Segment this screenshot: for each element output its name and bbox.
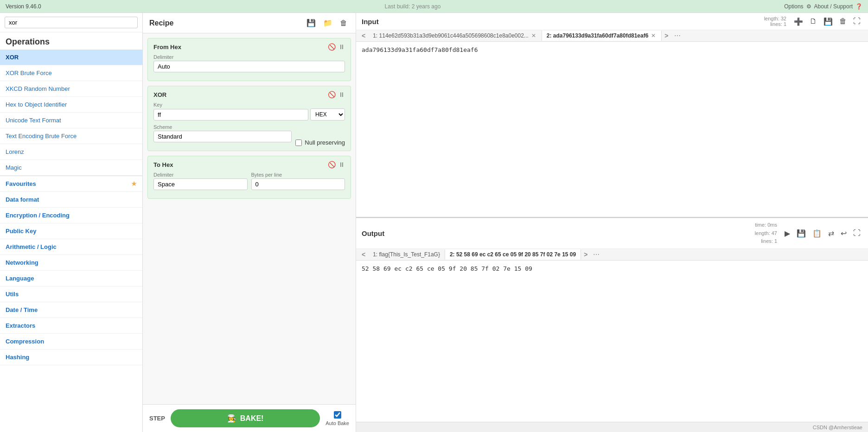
xor-key-group: Key HEX UTF8 Base64 Latin1 xyxy=(153,102,345,121)
output-copy-button[interactable]: 📋 xyxy=(811,228,823,239)
null-preserving-checkbox[interactable] xyxy=(295,140,302,146)
from-hex-pause-button[interactable]: ⏸ xyxy=(338,43,345,51)
public-key-label: Public Key xyxy=(6,228,36,235)
output-tab-2[interactable]: 2: 52 58 69 ec c2 65 ce 05 9f 20 85 7f 0… xyxy=(445,249,581,260)
sidebar-item-unicode-text[interactable]: Unicode Text Format xyxy=(0,113,142,128)
input-content[interactable]: ada796133d9a31fa60df7a80fd81eaf6 xyxy=(356,42,868,217)
input-tab-2[interactable]: 2: ada796133d9a31fa60df7a80fd81eaf6 ✕ xyxy=(542,31,662,41)
save-recipe-button[interactable]: 💾 xyxy=(305,18,318,28)
sidebar-section-datetime[interactable]: Date / Time xyxy=(0,302,142,318)
output-tab-1[interactable]: 1: flag{This_Is_Test_F1aG} xyxy=(368,249,445,260)
xor-key-input[interactable] xyxy=(153,109,308,121)
from-hex-delimiter-group: Delimiter xyxy=(153,54,345,72)
sidebar-section-favourites[interactable]: Favourites ★ xyxy=(0,176,142,192)
output-play-button[interactable]: ▶ xyxy=(783,228,792,239)
sidebar-section-hashing[interactable]: Hashing xyxy=(0,349,142,365)
language-label: Language xyxy=(6,275,34,282)
recipe-title: Recipe xyxy=(149,19,173,27)
sidebar-section-networking[interactable]: Networking xyxy=(0,255,142,271)
sidebar-section-arithmetic[interactable]: Arithmetic / Logic xyxy=(0,239,142,255)
recipe-bottom: STEP 🧑‍🍳 BAKE! Auto Bake xyxy=(143,404,356,432)
open-recipe-button[interactable]: 📁 xyxy=(321,18,334,28)
input-open-button[interactable]: 🗋 xyxy=(808,16,819,26)
from-hex-title: From Hex xyxy=(153,44,181,51)
sidebar: Operations XOR XOR Brute Force XKCD Rand… xyxy=(0,13,143,432)
about-label[interactable]: About / Support xyxy=(814,3,853,10)
output-tab-more[interactable]: ⋯ xyxy=(590,249,602,260)
sidebar-item-xor[interactable]: XOR xyxy=(0,50,142,65)
extractors-label: Extractors xyxy=(6,322,35,329)
statusbar: CSDN @Amherstieae xyxy=(356,422,868,432)
to-hex-pause-button[interactable]: ⏸ xyxy=(338,161,345,168)
clear-recipe-button[interactable]: 🗑 xyxy=(338,18,349,28)
output-time: time: 0ms xyxy=(755,221,777,229)
input-tab-2-close[interactable]: ✕ xyxy=(650,32,657,39)
to-hex-delimiter-input[interactable] xyxy=(153,178,248,190)
sidebar-item-xor-brute-force[interactable]: XOR Brute Force xyxy=(0,65,142,81)
sidebar-item-lorenz[interactable]: Lorenz xyxy=(0,144,142,160)
to-hex-fields-row: Delimiter Bytes per line xyxy=(153,172,345,194)
output-meta: time: 0ms length: 47 lines: 1 xyxy=(755,221,777,246)
bake-button[interactable]: 🧑‍🍳 BAKE! xyxy=(171,409,320,427)
xor-key-type-select[interactable]: HEX UTF8 Base64 Latin1 xyxy=(310,108,345,121)
sidebar-item-hex-to-oid[interactable]: Hex to Object Identifier xyxy=(0,97,142,113)
input-tab-prev[interactable]: < xyxy=(359,30,368,41)
input-length: length: 32 xyxy=(764,16,786,21)
input-tab-more[interactable]: ⋯ xyxy=(671,30,683,41)
star-icon: ★ xyxy=(131,180,137,187)
sidebar-section-encryption[interactable]: Encryption / Encoding xyxy=(0,208,142,223)
output-content: 52 58 69 ec c2 65 ce 05 9f 20 85 7f 02 7… xyxy=(356,260,868,422)
gear-icon[interactable]: ⚙ xyxy=(806,3,811,10)
xor-scheme-input[interactable] xyxy=(153,131,292,142)
sidebar-item-text-encoding-brute-force[interactable]: Text Encoding Brute Force xyxy=(0,128,142,144)
to-hex-bytes-input[interactable] xyxy=(251,178,345,190)
sidebar-item-xkcd[interactable]: XKCD Random Number xyxy=(0,81,142,97)
output-tab-prev[interactable]: < xyxy=(359,249,368,260)
help-icon[interactable]: ❓ xyxy=(855,3,862,10)
sidebar-section-public-key[interactable]: Public Key xyxy=(0,223,142,239)
to-hex-disable-button[interactable]: 🚫 xyxy=(328,161,336,168)
from-hex-disable-button[interactable]: 🚫 xyxy=(328,43,336,51)
recipe-panel: Recipe 💾 📁 🗑 From Hex 🚫 ⏸ Delimiter xyxy=(143,13,356,432)
search-input[interactable] xyxy=(5,17,138,28)
options-label[interactable]: Options xyxy=(784,3,803,10)
output-save-button[interactable]: 💾 xyxy=(795,228,808,239)
sidebar-section-extractors[interactable]: Extractors xyxy=(0,318,142,334)
input-save-button[interactable]: 💾 xyxy=(822,16,835,27)
input-expand-button[interactable]: ⛶ xyxy=(851,16,862,26)
utils-label: Utils xyxy=(6,291,19,298)
arithmetic-label: Arithmetic / Logic xyxy=(6,243,57,250)
from-hex-delimiter-label: Delimiter xyxy=(153,54,345,60)
output-section: Output time: 0ms length: 47 lines: 1 ▶ 💾… xyxy=(356,218,868,422)
output-undo-button[interactable]: ↩ xyxy=(839,228,849,239)
input-tab-1[interactable]: 1: 114e62d593b31a3d9eb9061c446a505698608… xyxy=(368,31,542,41)
input-meta: length: 32 lines: 1 xyxy=(764,16,786,27)
input-tab-1-close[interactable]: ✕ xyxy=(530,32,537,39)
input-clear-button[interactable]: 🗑 xyxy=(837,16,849,26)
output-expand-button[interactable]: ⛶ xyxy=(851,228,862,238)
xor-disable-button[interactable]: 🚫 xyxy=(328,91,336,98)
sidebar-section-data-format[interactable]: Data format xyxy=(0,192,142,208)
sidebar-section-compression[interactable]: Compression xyxy=(0,334,142,349)
xor-pause-button[interactable]: ⏸ xyxy=(338,91,345,98)
sidebar-item-magic[interactable]: Magic xyxy=(0,160,142,176)
input-section: Input length: 32 lines: 1 ➕ 🗋 💾 🗑 ⛶ xyxy=(356,13,868,218)
output-replace-button[interactable]: ⇄ xyxy=(826,228,836,239)
to-hex-bytes-label: Bytes per line xyxy=(251,172,345,178)
from-hex-actions: 🚫 ⏸ xyxy=(328,43,345,51)
output-tab-1-label: 1: flag{This_Is_Test_F1aG} xyxy=(373,251,440,258)
input-lines: lines: 1 xyxy=(764,21,786,27)
to-hex-bytes-group: Bytes per line xyxy=(251,172,345,190)
step-button[interactable]: STEP xyxy=(149,415,165,422)
input-add-button[interactable]: ➕ xyxy=(792,16,805,27)
auto-bake-checkbox[interactable] xyxy=(334,411,341,419)
input-tab-next[interactable]: > xyxy=(662,30,671,41)
output-title: Output xyxy=(362,229,384,237)
sidebar-section-language[interactable]: Language xyxy=(0,271,142,286)
compression-label: Compression xyxy=(6,338,44,345)
recipe-header: Recipe 💾 📁 🗑 xyxy=(143,13,356,33)
sidebar-section-utils[interactable]: Utils xyxy=(0,286,142,302)
from-hex-delimiter-input[interactable] xyxy=(153,61,345,72)
output-tab-next[interactable]: > xyxy=(581,249,590,260)
datetime-label: Date / Time xyxy=(6,306,38,313)
